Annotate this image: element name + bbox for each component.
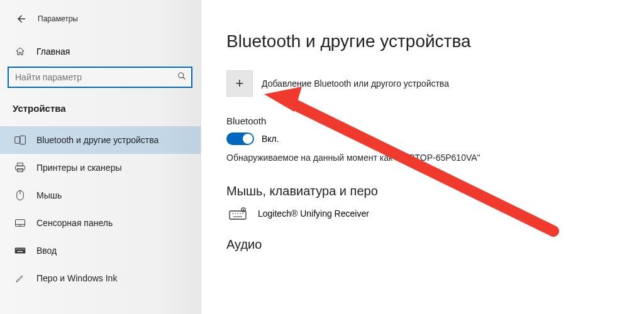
touchpad-icon [13,217,28,229]
sidebar-item-label: Ввод [36,246,57,256]
sidebar-item-pen[interactable]: Перо и Windows Ink [0,264,201,292]
sidebar-item-bluetooth[interactable]: Bluetooth и другие устройства [0,126,201,154]
svg-rect-14 [18,249,19,250]
printer-icon [13,161,28,174]
device-label: Logitech® Unifying Receiver [258,208,369,219]
pen-icon [13,272,28,284]
bluetooth-toggle-label: Вкл. [262,134,279,144]
sidebar-home-label: Главная [36,46,70,57]
mouse-section-heading: Мышь, клавиатура и перо [226,184,625,198]
audio-section-heading: Аудио [226,237,625,252]
svg-rect-18 [18,251,23,252]
window-header: Параметры [0,5,201,40]
svg-point-27 [243,209,244,210]
sidebar-item-label: Принтеры и сканеры [36,163,121,173]
back-button[interactable] [10,8,33,30]
sidebar-nav: Bluetooth и другие устройства Принтеры и… [0,126,201,292]
keyboard-icon [13,244,28,257]
sidebar-item-typing[interactable]: Ввод [0,237,201,264]
svg-rect-16 [21,249,23,250]
svg-line-1 [183,77,186,80]
search-box[interactable] [8,67,192,88]
add-device-label: Добавление Bluetooth или другого устройс… [262,78,449,89]
back-arrow-icon [16,13,27,24]
svg-rect-2 [15,137,20,144]
sidebar-section-title: Устройства [0,97,201,126]
settings-sidebar: Параметры Главная Устройства Bluetoot [0,0,201,314]
sidebar-item-label: Мышь [36,190,62,200]
sidebar-item-label: Bluetooth и другие устройства [36,135,158,145]
sidebar-item-label: Перо и Windows Ink [36,273,117,283]
keyboard-device-icon [226,207,249,220]
mouse-icon [13,189,28,202]
svg-rect-19 [230,211,246,219]
search-icon [177,72,186,83]
svg-rect-17 [23,249,25,250]
svg-rect-3 [20,136,25,144]
sidebar-item-printers[interactable]: Принтеры и сканеры [0,154,201,181]
svg-rect-13 [16,249,17,250]
svg-rect-15 [19,249,21,250]
svg-rect-12 [15,248,26,254]
svg-point-0 [179,73,184,78]
search-input[interactable] [9,68,169,87]
svg-rect-4 [18,163,23,166]
bluetooth-toggle[interactable] [226,133,254,145]
bluetooth-devices-icon [13,134,28,146]
bluetooth-heading: Bluetooth [226,116,625,126]
add-device-button[interactable]: + Добавление Bluetooth или другого устро… [226,70,625,97]
content-area: Bluetooth и другие устройства + Добавлен… [201,0,644,314]
sidebar-item-mouse[interactable]: Мышь [0,181,201,209]
sidebar-item-touchpad[interactable]: Сенсорная панель [0,209,201,237]
home-icon [13,46,28,57]
svg-rect-5 [16,166,25,170]
window-title: Параметры [38,14,78,23]
sidebar-home[interactable]: Главная [0,40,201,63]
plus-icon: + [226,70,253,97]
sidebar-item-label: Сенсорная панель [36,218,113,228]
discoverable-text: Обнаруживаемое на данный момент как "LAP… [226,153,625,163]
page-title: Bluetooth и другие устройства [226,31,625,51]
device-logitech[interactable]: Logitech® Unifying Receiver [226,207,625,220]
